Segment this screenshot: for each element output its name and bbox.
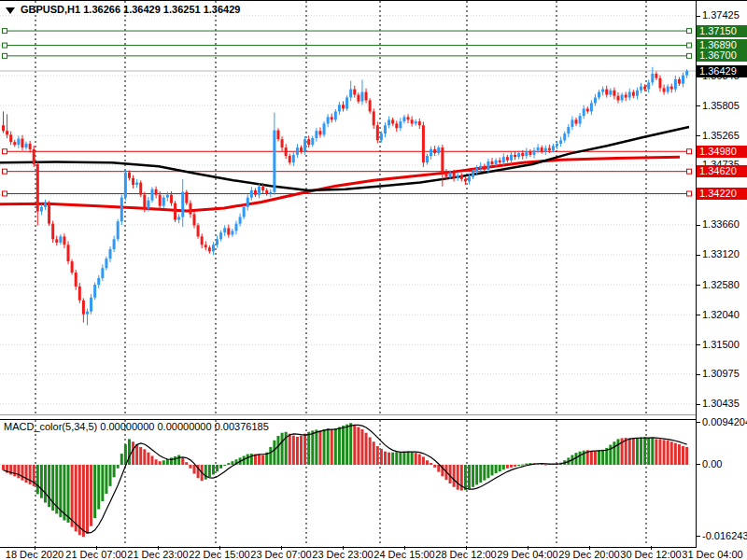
time-axis-tick xyxy=(466,546,467,550)
macd-indicator-label: MACD_color(5,34,5) 0.00000000 0.00000000… xyxy=(4,421,269,432)
macd-canvas[interactable] xyxy=(0,420,697,545)
time-axis-tick xyxy=(343,546,344,550)
time-axis-label: 24 Dec 15:00 xyxy=(374,549,434,560)
main-chart-canvas[interactable] xyxy=(0,1,697,414)
level-price-tag: 1.34620 xyxy=(697,165,747,177)
level-price-tag: 1.34220 xyxy=(697,188,747,200)
macd-axis-label: 0.0094204 xyxy=(697,416,747,428)
time-axis-tick xyxy=(96,546,97,550)
macd-pane[interactable] xyxy=(0,419,697,548)
main-chart-pane[interactable] xyxy=(0,1,697,414)
price-axis-label: 1.32580 xyxy=(697,279,747,291)
time-axis-label: 31 Dec 04:00 xyxy=(682,549,742,560)
level-price-tag: 1.34980 xyxy=(697,146,747,158)
price-axis-label: 1.35265 xyxy=(697,130,747,142)
time-axis-label: 23 Dec 23:00 xyxy=(312,549,373,560)
time-axis-tick xyxy=(35,546,35,550)
macd-axis-label: -0.0162437 xyxy=(697,530,747,542)
time-axis-label: 29 Dec 20:00 xyxy=(558,549,619,560)
time-axis-tick xyxy=(651,546,652,550)
price-axis-label: 1.37425 xyxy=(697,9,747,21)
time-axis-label: 21 Dec 23:00 xyxy=(127,549,188,560)
time-axis-tick xyxy=(528,546,529,550)
time-axis[interactable]: 18 Dec 202021 Dec 07:0021 Dec 23:0022 De… xyxy=(0,548,747,560)
chart-window: GBPUSD,H1 1.36266 1.36429 1.36251 1.3642… xyxy=(0,0,747,560)
chart-title: GBPUSD,H1 1.36266 1.36429 1.36251 1.3642… xyxy=(6,4,240,15)
level-price-tag: 1.36700 xyxy=(697,49,747,62)
time-axis-tick xyxy=(219,546,220,550)
time-axis-tick xyxy=(404,546,405,550)
current-price-tag: 1.36429 xyxy=(697,65,747,77)
level-price-tag: 1.37150 xyxy=(697,25,747,37)
price-axis-label: 1.30435 xyxy=(697,398,747,410)
price-axis-label: 1.33120 xyxy=(697,248,747,260)
time-axis-label: 30 Dec 12:00 xyxy=(620,549,681,560)
price-axis[interactable]: 1.374251.363451.358051.352651.347351.336… xyxy=(696,1,747,548)
macd-axis-label: 0.00 xyxy=(697,458,747,470)
pane-divider[interactable] xyxy=(0,414,697,415)
time-axis-tick xyxy=(281,546,282,550)
time-axis-tick xyxy=(589,546,590,550)
symbol-dropdown-icon[interactable] xyxy=(6,7,15,14)
time-axis-tick xyxy=(158,546,159,550)
time-axis-label: 28 Dec 12:00 xyxy=(435,549,496,560)
time-axis-label: 22 Dec 15:00 xyxy=(189,549,249,560)
time-axis-label: 29 Dec 04:00 xyxy=(497,549,557,560)
price-axis-label: 1.31500 xyxy=(697,339,747,351)
time-axis-label: 18 Dec 2020 xyxy=(6,549,63,560)
time-axis-label: 23 Dec 07:00 xyxy=(250,549,311,560)
price-axis-label: 1.35805 xyxy=(697,100,747,112)
time-axis-label: 21 Dec 07:00 xyxy=(65,549,126,560)
price-axis-label: 1.32040 xyxy=(697,309,747,321)
price-axis-label: 1.33660 xyxy=(697,218,747,231)
price-axis-label: 1.30975 xyxy=(697,368,747,380)
chart-title-text: GBPUSD,H1 1.36266 1.36429 1.36251 1.3642… xyxy=(21,4,240,15)
